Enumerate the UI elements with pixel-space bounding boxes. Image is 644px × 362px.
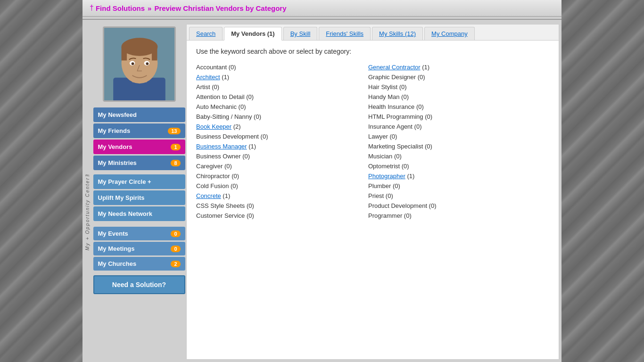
tab-my-vendors[interactable]: My Vendors (1) xyxy=(224,27,281,41)
breadcrumb-page-title: Preview Christian Vendors by Category xyxy=(154,4,286,12)
sidebar-item-meetings[interactable]: My Meetings 0 xyxy=(93,242,185,255)
tab-friends-skills[interactable]: Friends' Skills xyxy=(319,27,371,40)
list-item: General Contractor (1) xyxy=(368,62,526,72)
list-item: Chiropractor (0) xyxy=(196,171,354,181)
list-item: Book Keeper (2) xyxy=(196,122,354,132)
sidebar-item-friends[interactable]: My Friends 13 xyxy=(93,123,185,138)
stone-bg-right xyxy=(561,0,644,362)
breadcrumb-separator: » xyxy=(148,4,151,12)
sidebar-item-churches[interactable]: My Churches 2 xyxy=(93,257,185,271)
ministries-badge: 8 xyxy=(171,160,180,166)
svg-point-9 xyxy=(131,62,134,65)
sidebar-item-friends-label: My Friends xyxy=(98,127,131,134)
need-solution-button[interactable]: Need a Solution? xyxy=(93,275,185,294)
tab-friends-skills-label: Friends' Skills xyxy=(326,30,363,37)
list-item: Graphic Designer (0) xyxy=(368,72,526,82)
list-item: Programmer (0) xyxy=(368,211,526,221)
list-item: Auto Mechanic (0) xyxy=(196,102,354,112)
list-item: Marketing Specialist (0) xyxy=(368,141,526,151)
breadcrumb-bar: † Find Solutions » Preview Christian Ven… xyxy=(83,0,561,17)
business-manager-link[interactable]: Business Manager xyxy=(196,143,247,150)
sidebar-item-ministries[interactable]: My Ministries 8 xyxy=(93,156,185,170)
avatar-image xyxy=(104,26,174,102)
list-item: Business Owner (0) xyxy=(196,151,354,161)
list-item: Architect (1) xyxy=(196,72,354,82)
list-item: Optometrist (0) xyxy=(368,161,526,171)
instruction-text: Use the keyword search above or select b… xyxy=(196,48,549,55)
churches-label: My Churches xyxy=(98,260,137,267)
opportunity-center-label: My + Opportunity Center™ xyxy=(85,171,90,250)
category-col-left: Accountant (0) Architect (1) Artist (0) … xyxy=(196,62,354,221)
tab-by-skill[interactable]: By Skill xyxy=(283,27,318,40)
list-item: Cold Fusion (0) xyxy=(196,181,354,191)
prayer-circle-label: My Prayer Circle + xyxy=(98,178,151,185)
list-item: Hair Stylist (0) xyxy=(368,82,526,92)
events-label: My Events xyxy=(98,230,128,237)
friends-badge: 13 xyxy=(168,128,180,134)
meetings-badge: 0 xyxy=(171,246,180,252)
content-area: My + Opportunity Center™ xyxy=(83,22,561,362)
list-item: Insurance Agent (0) xyxy=(368,122,526,132)
needs-network-label: My Needs Network xyxy=(98,210,153,217)
main-container: † Find Solutions » Preview Christian Ven… xyxy=(83,0,561,362)
uplift-label: Uplift My Spirits xyxy=(98,194,145,201)
list-item: Business Development (0) xyxy=(196,132,354,141)
tab-search[interactable]: Search xyxy=(189,27,223,40)
events-section: My Events 0 My Meetings 0 My Churches 2 xyxy=(93,227,185,271)
category-col-right: General Contractor (1) Graphic Designer … xyxy=(368,62,526,221)
concrete-link[interactable]: Concrete xyxy=(196,192,221,199)
tab-my-company-label: My Company xyxy=(431,30,468,37)
list-item: Customer Service (0) xyxy=(196,211,354,221)
tab-search-label: Search xyxy=(196,30,215,37)
sidebar-item-newsfeed-label: My Newsfeed xyxy=(98,111,137,118)
churches-badge: 2 xyxy=(171,261,180,267)
main-panel: Search My Vendors (1) By Skill Friends' … xyxy=(186,24,559,360)
vertical-text-container: My + Opportunity Center™ xyxy=(83,59,92,362)
list-item: Lawyer (0) xyxy=(368,132,526,141)
svg-rect-6 xyxy=(151,47,157,60)
list-item: Business Manager (1) xyxy=(196,141,354,151)
tab-my-skills[interactable]: My Skills (12) xyxy=(372,27,423,40)
tab-my-company[interactable]: My Company xyxy=(424,27,475,40)
breadcrumb-divider xyxy=(83,19,561,20)
avatar-container xyxy=(103,26,176,102)
sidebar-item-uplift[interactable]: Uplift My Spirits xyxy=(93,190,185,205)
list-item: Health Insurance (0) xyxy=(368,102,526,112)
cross-icon: † xyxy=(90,4,94,12)
sidebar-item-vendors-label: My Vendors xyxy=(98,143,132,150)
list-item: Artist (0) xyxy=(196,82,354,92)
sidebar-item-events[interactable]: My Events 0 xyxy=(93,227,185,240)
svg-point-10 xyxy=(146,62,149,65)
architect-link[interactable]: Architect xyxy=(196,74,220,81)
sidebar-item-needs-network[interactable]: My Needs Network xyxy=(93,206,185,221)
events-badge: 0 xyxy=(171,230,180,237)
list-item: Plumber (0) xyxy=(368,181,526,191)
list-item: CSS Style Sheets (0) xyxy=(196,201,354,211)
sidebar-item-vendors[interactable]: My Vendors 1 xyxy=(93,140,185,154)
sidebar-item-ministries-label: My Ministries xyxy=(98,159,137,166)
stone-bg-left xyxy=(0,0,83,362)
photographer-link[interactable]: Photographer xyxy=(368,173,405,180)
list-item: Musician (0) xyxy=(368,151,526,161)
sidebar-item-prayer-circle[interactable]: My Prayer Circle + xyxy=(93,174,185,189)
general-contractor-link[interactable]: General Contractor xyxy=(368,64,421,71)
tab-my-vendors-label: My Vendors (1) xyxy=(231,30,274,37)
vendor-content: Use the keyword search above or select b… xyxy=(187,41,559,359)
list-item: Baby-Sitting / Nanny (0) xyxy=(196,112,354,122)
tab-my-skills-label: My Skills (12) xyxy=(379,30,416,37)
list-item: Product Development (0) xyxy=(368,201,526,211)
list-item: Attention to Detail (0) xyxy=(196,92,354,102)
list-item: Accountant (0) xyxy=(196,62,354,72)
svg-rect-5 xyxy=(121,47,127,60)
breadcrumb-find-solutions[interactable]: Find Solutions xyxy=(96,4,145,12)
bookkeeper-link[interactable]: Book Keeper xyxy=(196,123,231,130)
category-grid: Accountant (0) Architect (1) Artist (0) … xyxy=(196,62,526,221)
sidebar-item-newsfeed[interactable]: My Newsfeed xyxy=(93,107,185,122)
vendors-badge: 1 xyxy=(171,144,180,150)
list-item: HTML Programming (0) xyxy=(368,112,526,122)
nav-section: My Newsfeed My Friends 13 My Vendors 1 M… xyxy=(93,107,185,170)
tab-by-skill-label: By Skill xyxy=(290,30,311,37)
list-item: Caregiver (0) xyxy=(196,161,354,171)
sidebar: My + Opportunity Center™ xyxy=(83,22,186,362)
list-item: Priest (0) xyxy=(368,191,526,201)
